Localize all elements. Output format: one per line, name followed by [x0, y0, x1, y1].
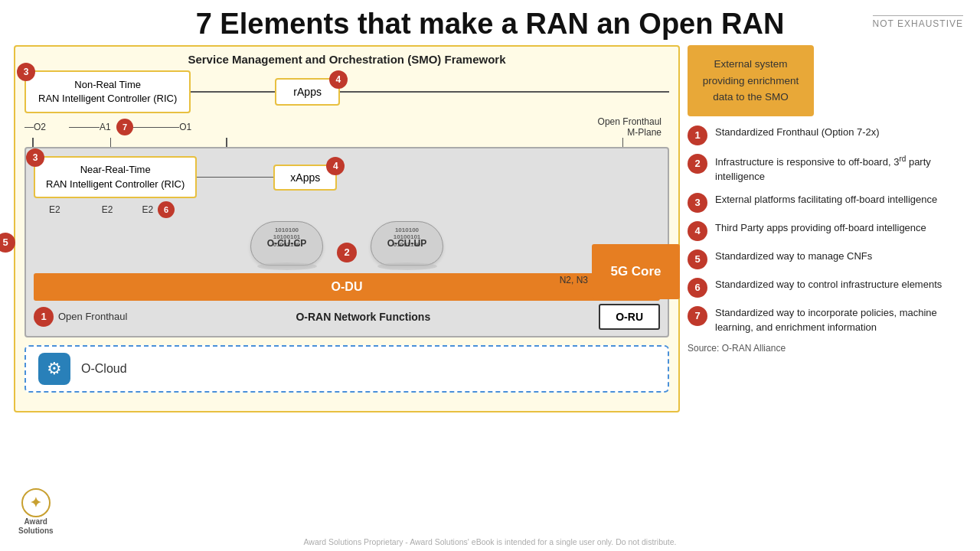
- legend-badge-2: 2: [688, 154, 707, 174]
- xapps-box: xApps 4: [273, 165, 337, 191]
- badge-4-rapps: 4: [329, 70, 348, 89]
- legend-text-5: Standardized way to manage CNFs: [715, 249, 872, 264]
- legend-item-3: 3 External platforms facilitating off-bo…: [688, 193, 966, 213]
- main-title: 7 Elements that make a RAN an Open RAN: [0, 0, 980, 44]
- legend-badge-1: 1: [688, 126, 707, 145]
- diagram-area: Service Management and Orchestration (SM…: [14, 45, 680, 412]
- not-exhaustive-label: NOT EXHAUSTIVE: [873, 15, 963, 29]
- e2-label-3: E2: [142, 204, 153, 215]
- badge-3-nearrt: 3: [26, 148, 44, 167]
- ocloud-label: O-Cloud: [81, 362, 127, 376]
- badge-2: 2: [337, 243, 357, 262]
- near-rt-ric-label: Near-Real-Time RAN Intelligent Controlle…: [46, 163, 185, 191]
- badge-3-nonrt: 3: [17, 63, 35, 81]
- smo-framework-box: Service Management and Orchestration (SM…: [14, 45, 680, 412]
- source-text: Source: O-RAN Alliance: [688, 343, 966, 354]
- legend-badge-7: 7: [688, 306, 707, 326]
- legend-item-1: 1 Standardized Fronthaul (Option 7-2x): [688, 126, 966, 145]
- legend-text-3: External platforms facilitating off-boar…: [715, 193, 937, 207]
- badge-4-xapps: 4: [326, 157, 345, 175]
- non-rt-ric-label: Non-Real Time RAN Intelligent Controller…: [38, 78, 177, 106]
- ext-system-box: External system providing enrichment dat…: [688, 45, 814, 116]
- open-fronthaul-label: Open Fronthaul: [58, 311, 127, 322]
- badge-6: 6: [158, 201, 175, 218]
- ocu-up-cloud: 10101001010010101001100 O-CU-UP: [371, 221, 443, 266]
- legend-text-6: Standardized way to control infrastructu…: [715, 278, 942, 292]
- open-fronthaul-mplane-label: Open Fronthaul M-Plane: [598, 116, 662, 138]
- e2-label-2: E2: [102, 204, 113, 215]
- rapps-box: rApps 4: [275, 78, 340, 106]
- oru-box: O-RU: [599, 304, 660, 330]
- rapps-label: rApps: [293, 86, 322, 98]
- legend-text-7: Standardized way to incorporate policies…: [715, 306, 966, 335]
- logo-area: ✦ AwardSolutions: [18, 488, 54, 536]
- logo-text: AwardSolutions: [18, 517, 54, 536]
- ocloud-icon: ⚙: [38, 353, 70, 385]
- legend-text-2: Infrastructure is responsive to off-boar…: [715, 154, 966, 184]
- legend-item-2: 2 Infrastructure is responsive to off-bo…: [688, 154, 966, 184]
- legend-badge-4: 4: [688, 221, 707, 241]
- o1-label: O1: [179, 122, 191, 132]
- legend-area: 1 Standardized Fronthaul (Option 7-2x) 2…: [688, 126, 966, 354]
- legend-item-5: 5 Standardized way to manage CNFs: [688, 249, 966, 269]
- ocloud-box: ⚙ O-Cloud: [24, 345, 669, 393]
- legend-item-4: 4 Third Party apps providing off-board i…: [688, 221, 966, 241]
- o2-label: O2: [34, 122, 46, 132]
- ocu-up-label: O-CU-UP: [387, 238, 426, 249]
- legend-text-4: Third Party apps providing off-board int…: [715, 221, 926, 236]
- legend-badge-6: 6: [688, 278, 707, 298]
- ocu-cp-label: O-CU-CP: [267, 238, 306, 249]
- xapps-label: xApps: [290, 171, 320, 184]
- ocu-up-wrap: 10101001010010101001100 O-CU-UP: [371, 221, 443, 270]
- badge-1: 1: [34, 307, 54, 327]
- legend-text-1: Standardized Fronthaul (Option 7-2x): [715, 126, 880, 140]
- non-rt-ric-box: 3 Non-Real Time RAN Intelligent Controll…: [24, 70, 191, 113]
- ocu-cp-cloud: 10101001010010101001100 O-CU-CP: [250, 221, 323, 266]
- oran-nf-label: O-RAN Network Functions: [296, 311, 430, 323]
- ocu-cp-wrap: 10101001010010101001100 O-CU-CP: [250, 221, 323, 270]
- legend-badge-5: 5: [688, 249, 707, 269]
- n2n3-label: N2, N3: [560, 275, 588, 285]
- a1-label: A1: [100, 122, 111, 133]
- legend-item-6: 6 Standardized way to control infrastruc…: [688, 278, 966, 298]
- fiveg-core-box: 5G Core: [592, 244, 680, 299]
- legend-item-7: 7 Standardized way to incorporate polici…: [688, 306, 966, 335]
- badge-7-a1: 7: [116, 119, 133, 135]
- smo-title: Service Management and Orchestration (SM…: [24, 53, 669, 66]
- footer-text: Award Solutions Proprietary - Award Solu…: [0, 537, 980, 546]
- e2-label-1: E2: [49, 204, 60, 215]
- badge-5: 5: [0, 233, 15, 253]
- near-rt-ric-box: 3 Near-Real-Time RAN Intelligent Control…: [34, 156, 197, 197]
- oran-inner-box: 5 3 Near-Real-Time RAN Intelligent Contr…: [24, 147, 669, 337]
- legend-badge-3: 3: [688, 193, 707, 213]
